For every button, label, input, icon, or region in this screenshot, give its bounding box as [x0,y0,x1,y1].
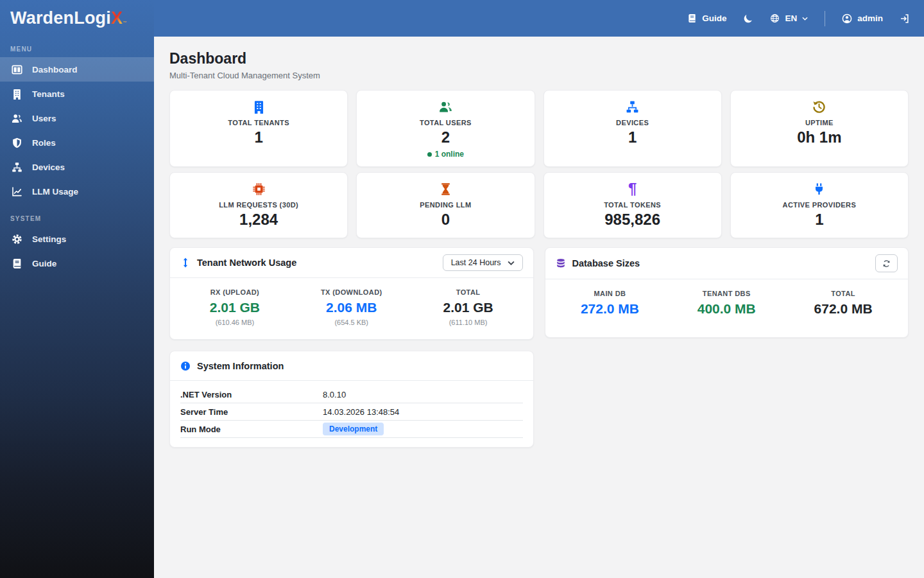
stat-value: 1 [170,128,347,146]
system-info-header: System Information [170,351,533,381]
brand-name: WardenLogi [10,8,111,28]
time-range-value: Last 24 Hours [451,258,501,267]
page-subtitle: Multi-Tenant Cloud Management System [169,71,909,80]
metric-label: TOTAL [410,288,527,296]
stat-label: LLM REQUESTS (30D) [170,201,347,209]
sidebar: WardenLogiX™ MENU Dashboard Tenants User… [0,0,154,578]
stat-value: 985,826 [544,211,721,229]
globe-icon [770,13,780,23]
database-metrics: MAIN DB 272.0 MB TENANT DBS 400.0 MB TOT… [545,279,909,337]
shield-icon [12,137,22,148]
metric-value: 2.01 GB [176,300,293,315]
pilcrow-icon: ¶ [544,182,721,196]
panel-title: Database Sizes [572,258,640,268]
sign-out-icon [900,13,910,24]
sidebar-item-label: Dashboard [32,65,78,74]
metric-value: 2.06 MB [293,300,410,315]
sidebar-item-tenants[interactable]: Tenants [0,82,154,106]
stat-card-uptime: UPTIME 0h 1m [730,90,909,167]
refresh-icon [882,259,891,268]
theme-toggle-button[interactable] [743,13,753,24]
metric-label: RX (UPLOAD) [176,288,293,296]
sidebar-item-label: Users [32,114,56,123]
sidebar-item-guide[interactable]: Guide [0,251,154,276]
stat-card-pending-llm: PENDING LLM 0 [356,172,535,238]
stat-label: TOTAL TENANTS [170,119,347,127]
stat-value: 1 [544,128,721,146]
sidebar-item-devices[interactable]: Devices [0,155,154,179]
online-count-label: 1 online [435,150,464,159]
metric-total: TOTAL 2.01 GB (611.10 MB) [410,288,527,326]
sidebar-item-users[interactable]: Users [0,106,154,130]
stat-label: TOTAL TOKENS [544,201,721,209]
metric-rx: RX (UPLOAD) 2.01 GB (610.46 MB) [176,288,293,326]
users-icon [12,113,22,124]
stat-card-llm-requests: LLM REQUESTS (30D) 1,284 [169,172,348,238]
system-information-panel: System Information .NET Version 8.0.10 S… [169,351,534,448]
metric-label: TOTAL [785,290,902,297]
stat-label: ACTIVE PROVIDERS [731,201,908,209]
page-title: Dashboard [169,50,909,67]
table-row: .NET Version 8.0.10 [180,386,523,403]
info-value: 14.03.2026 13:48:54 [323,407,523,417]
database-panel-header: Database Sizes [545,248,909,279]
stat-card-devices: DEVICES 1 [543,90,722,167]
moon-icon [743,13,753,24]
sidebar-item-dashboard[interactable]: Dashboard [0,57,154,82]
topbar-guide-label: Guide [702,13,726,23]
sidebar-section-menu: MENU [10,46,144,53]
metric-label: TENANT DBS [668,290,785,297]
panels-row: Tenant Network Usage Last 24 Hours RX (U… [169,247,909,340]
chevron-down-icon [508,261,515,265]
sitemap-icon [544,100,721,114]
users-icon [357,100,534,114]
book-icon [687,13,697,23]
info-label: Server Time [180,407,323,417]
time-range-select[interactable]: Last 24 Hours [443,254,523,271]
network-panel-header: Tenant Network Usage Last 24 Hours [170,248,533,278]
metric-value: 672.0 MB [785,301,902,317]
database-icon [556,258,566,268]
refresh-button[interactable] [875,254,898,272]
brand-logo: WardenLogiX™ [0,0,154,39]
stat-value: 0 [357,211,534,229]
plug-icon [731,182,908,196]
sidebar-item-roles[interactable]: Roles [0,130,154,155]
online-dot-icon [427,152,432,157]
user-menu[interactable]: admin [842,13,883,24]
user-circle-icon [842,13,852,24]
sidebar-item-llm-usage[interactable]: LLM Usage [0,179,154,204]
metric-value: 272.0 MB [552,301,669,317]
building-icon [12,89,22,100]
stat-card-total-tenants: TOTAL TENANTS 1 [169,90,348,167]
language-selector[interactable]: EN [770,13,808,23]
stat-value: 1 [731,211,908,229]
stat-label: DEVICES [544,119,721,127]
stat-label: UPTIME [731,119,908,127]
stat-value: 1,284 [170,211,347,229]
metric-sub: (654.5 KB) [293,319,410,326]
panel-title: System Information [197,361,284,371]
metric-label: TX (DOWNLOAD) [293,288,410,296]
table-row: Run Mode Development [180,421,523,438]
metric-sub: (610.46 MB) [176,319,293,326]
stat-cards-grid: TOTAL TENANTS 1 TOTAL USERS 2 1 online D… [169,90,909,238]
info-value: Development [323,423,523,435]
sidebar-item-label: Roles [32,138,56,148]
arrows-vertical-icon [180,258,191,268]
sitemap-icon [12,162,22,173]
topbar-guide-link[interactable]: Guide [687,13,726,23]
stat-card-total-users: TOTAL USERS 2 1 online [356,90,535,167]
metric-tenant-dbs: TENANT DBS 400.0 MB [668,290,785,317]
stat-label: TOTAL USERS [357,119,534,127]
system-info-row: System Information .NET Version 8.0.10 S… [169,351,909,448]
stat-card-total-tokens: ¶ TOTAL TOKENS 985,826 [543,172,722,238]
building-icon [170,100,347,114]
logout-button[interactable] [900,13,910,24]
metric-value: 400.0 MB [668,301,785,317]
sidebar-item-settings[interactable]: Settings [0,227,154,251]
brand-x: X [111,8,123,28]
caret-down-icon [802,17,808,21]
cpu-chip-icon [170,182,347,196]
metric-tx: TX (DOWNLOAD) 2.06 MB (654.5 KB) [293,288,410,326]
